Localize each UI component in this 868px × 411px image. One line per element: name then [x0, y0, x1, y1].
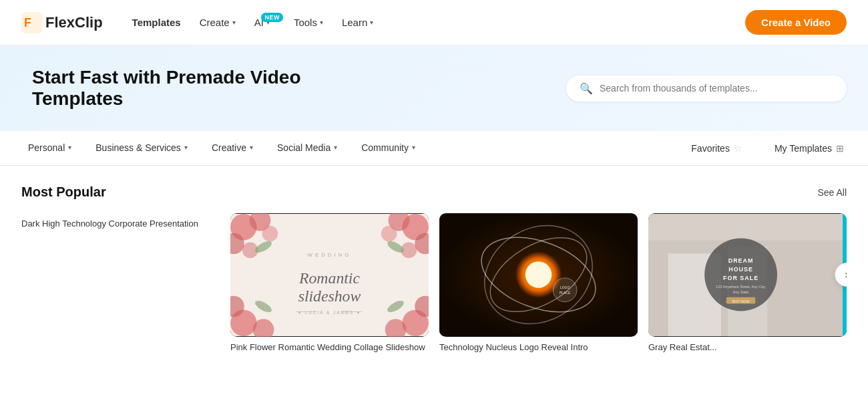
search-bar: 🔍	[566, 76, 847, 102]
template-card[interactable]: WEDDING Romantic slideshow ✦ LUCIA & JAM…	[230, 213, 429, 354]
svg-text:F: F	[24, 16, 31, 29]
chevron-down-icon: ▾	[184, 144, 188, 151]
svg-text:BUY NOW: BUY NOW	[732, 299, 750, 303]
template-thumbnail: LOGO PLACE	[439, 213, 638, 337]
svg-text:FOR SALE: FOR SALE	[723, 275, 758, 281]
section-header: Most Popular See All	[21, 184, 847, 200]
cat-favorites[interactable]: Favorites ☆	[683, 134, 750, 163]
template-name: Pink Flower Romantic Wedding Collage Sli…	[230, 342, 429, 354]
svg-text:123 Anywhere Street, Any City,: 123 Anywhere Street, Any City,	[716, 285, 766, 289]
svg-text:LOGO: LOGO	[560, 286, 570, 289]
nav-links: Templates Create ▾ AI NEW ▾ Tools ▾ Lear…	[124, 11, 745, 33]
navbar: F FlexClip Templates Create ▾ AI NEW ▾ T…	[0, 0, 868, 45]
svg-text:Any State: Any State	[733, 290, 749, 294]
template-grid: LOGO PLACE TECHNOLOGY CORPORATION	[21, 213, 847, 354]
nav-ai[interactable]: AI NEW ▾	[246, 11, 283, 33]
main-content: Most Popular See All	[0, 166, 868, 372]
template-name: Dark High Technology Corporate Presentat…	[21, 219, 220, 230]
cat-right: Favorites ☆ My Templates ⊞	[683, 134, 852, 163]
create-video-button[interactable]: Create a Video	[745, 10, 847, 35]
logo[interactable]: F FlexClip	[21, 12, 103, 33]
svg-text:WEDDING: WEDDING	[308, 252, 352, 258]
layers-icon: ⊞	[836, 143, 844, 154]
chevron-down-icon: ▾	[68, 144, 71, 151]
template-thumbnail: WEDDING Romantic slideshow ✦ LUCIA & JAM…	[230, 213, 429, 337]
template-thumbnail: DREAM HOUSE FOR SALE 123 Anywhere Street…	[648, 213, 847, 337]
svg-point-32	[381, 226, 397, 242]
category-nav: Personal ▾ Business & Services ▾ Creativ…	[0, 131, 868, 166]
flexclip-logo-icon: F	[21, 12, 43, 33]
see-all-link[interactable]: See All	[817, 187, 847, 198]
svg-text:HOUSE: HOUSE	[728, 266, 753, 273]
section-title: Most Popular	[21, 184, 106, 200]
svg-text:PLACE: PLACE	[560, 291, 571, 295]
nav-create[interactable]: Create ▾	[192, 11, 244, 33]
search-input[interactable]	[600, 83, 833, 94]
cat-personal[interactable]: Personal ▾	[16, 133, 83, 164]
template-card[interactable]: DREAM HOUSE FOR SALE 123 Anywhere Street…	[648, 213, 847, 354]
template-card[interactable]: LOGO PLACE TECHNOLOGY CORPORATION	[21, 213, 220, 230]
template-card[interactable]: LOGO PLACE Technology Nucleus Logo Revea…	[439, 213, 638, 354]
chevron-down-icon: ▾	[412, 144, 415, 151]
cat-my-templates[interactable]: My Templates ⊞	[767, 134, 852, 163]
cat-creative[interactable]: Creative ▾	[200, 133, 265, 164]
search-icon: 🔍	[580, 82, 593, 95]
hero-section: Start Fast with Premade Video Templates …	[0, 45, 868, 131]
nav-learn[interactable]: Learn ▾	[334, 11, 381, 33]
new-badge: NEW	[261, 13, 283, 22]
svg-point-55	[553, 278, 577, 302]
svg-text:DREAM: DREAM	[728, 257, 754, 264]
star-icon: ☆	[734, 143, 742, 154]
hero-title: Start Fast with Premade Video Templates	[32, 67, 366, 110]
chevron-down-icon: ▾	[370, 19, 373, 26]
template-name: Gray Real Estat...	[648, 342, 847, 354]
svg-point-26	[262, 226, 278, 242]
logo-text: FlexClip	[45, 14, 103, 31]
category-items: Personal ▾ Business & Services ▾ Creativ…	[16, 133, 683, 164]
chevron-down-icon: ▾	[250, 144, 253, 151]
svg-text:slideshow: slideshow	[298, 287, 361, 305]
template-name: Technology Nucleus Logo Reveal Intro	[439, 342, 638, 354]
svg-text:Romantic: Romantic	[298, 269, 360, 287]
cat-social-media[interactable]: Social Media ▾	[265, 133, 349, 164]
cat-community[interactable]: Community ▾	[349, 133, 427, 164]
nav-tools[interactable]: Tools ▾	[286, 11, 331, 33]
cat-business-services[interactable]: Business & Services ▾	[83, 133, 200, 164]
svg-point-54	[525, 261, 552, 288]
svg-text:✦ LUCIA & JAMES ✦: ✦ LUCIA & JAMES ✦	[298, 310, 361, 315]
chevron-down-icon: ▾	[232, 19, 236, 26]
chevron-down-icon: ▾	[320, 19, 323, 26]
nav-templates[interactable]: Templates	[124, 11, 189, 33]
chevron-down-icon: ▾	[334, 144, 337, 151]
